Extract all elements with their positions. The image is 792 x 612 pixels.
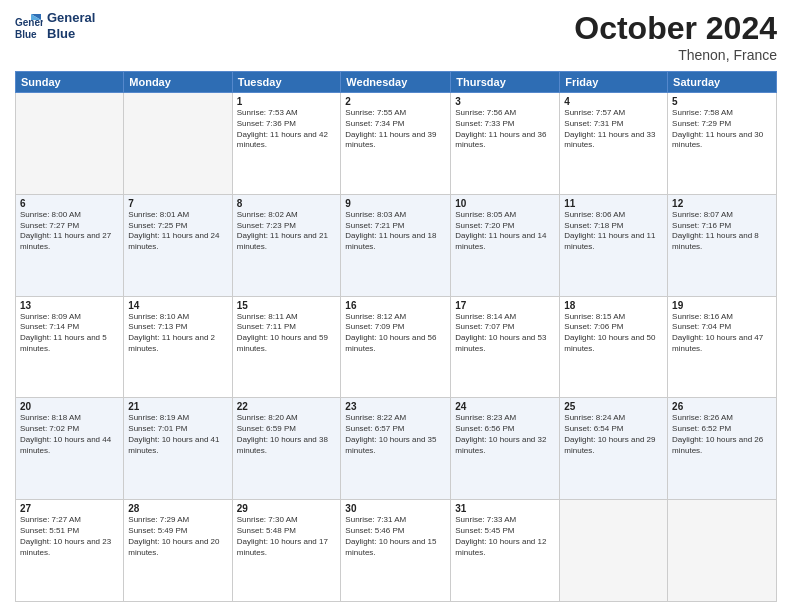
day-number: 15 [237,300,337,311]
calendar-row-1: 1Sunrise: 7:53 AMSunset: 7:36 PMDaylight… [16,93,777,195]
day-info: Sunrise: 7:56 AMSunset: 7:33 PMDaylight:… [455,108,555,151]
day-info: Sunrise: 7:27 AMSunset: 5:51 PMDaylight:… [20,515,119,558]
calendar-cell: 5Sunrise: 7:58 AMSunset: 7:29 PMDaylight… [668,93,777,195]
weekday-header-sunday: Sunday [16,72,124,93]
day-number: 17 [455,300,555,311]
calendar-cell: 26Sunrise: 8:26 AMSunset: 6:52 PMDayligh… [668,398,777,500]
calendar-cell: 22Sunrise: 8:20 AMSunset: 6:59 PMDayligh… [232,398,341,500]
weekday-header-saturday: Saturday [668,72,777,93]
day-number: 13 [20,300,119,311]
calendar-cell [668,500,777,602]
calendar-cell: 28Sunrise: 7:29 AMSunset: 5:49 PMDayligh… [124,500,232,602]
day-number: 2 [345,96,446,107]
day-number: 14 [128,300,227,311]
day-number: 16 [345,300,446,311]
day-info: Sunrise: 8:23 AMSunset: 6:56 PMDaylight:… [455,413,555,456]
calendar-cell: 3Sunrise: 7:56 AMSunset: 7:33 PMDaylight… [451,93,560,195]
calendar-row-5: 27Sunrise: 7:27 AMSunset: 5:51 PMDayligh… [16,500,777,602]
calendar-cell: 16Sunrise: 8:12 AMSunset: 7:09 PMDayligh… [341,296,451,398]
day-number: 11 [564,198,663,209]
calendar-cell: 15Sunrise: 8:11 AMSunset: 7:11 PMDayligh… [232,296,341,398]
day-number: 7 [128,198,227,209]
day-number: 6 [20,198,119,209]
calendar-cell [124,93,232,195]
day-info: Sunrise: 8:26 AMSunset: 6:52 PMDaylight:… [672,413,772,456]
calendar-cell: 6Sunrise: 8:00 AMSunset: 7:27 PMDaylight… [16,194,124,296]
logo-icon: General Blue [15,12,43,40]
logo: General Blue General Blue [15,10,95,41]
day-info: Sunrise: 8:19 AMSunset: 7:01 PMDaylight:… [128,413,227,456]
day-info: Sunrise: 8:02 AMSunset: 7:23 PMDaylight:… [237,210,337,253]
calendar-cell: 24Sunrise: 8:23 AMSunset: 6:56 PMDayligh… [451,398,560,500]
weekday-header-friday: Friday [560,72,668,93]
day-info: Sunrise: 7:29 AMSunset: 5:49 PMDaylight:… [128,515,227,558]
day-number: 22 [237,401,337,412]
day-number: 18 [564,300,663,311]
day-info: Sunrise: 7:33 AMSunset: 5:45 PMDaylight:… [455,515,555,558]
day-number: 10 [455,198,555,209]
day-info: Sunrise: 8:12 AMSunset: 7:09 PMDaylight:… [345,312,446,355]
day-number: 3 [455,96,555,107]
calendar-cell: 13Sunrise: 8:09 AMSunset: 7:14 PMDayligh… [16,296,124,398]
weekday-header-tuesday: Tuesday [232,72,341,93]
day-number: 24 [455,401,555,412]
calendar-cell: 21Sunrise: 8:19 AMSunset: 7:01 PMDayligh… [124,398,232,500]
calendar-cell: 2Sunrise: 7:55 AMSunset: 7:34 PMDaylight… [341,93,451,195]
calendar-table: SundayMondayTuesdayWednesdayThursdayFrid… [15,71,777,602]
day-info: Sunrise: 8:24 AMSunset: 6:54 PMDaylight:… [564,413,663,456]
calendar-cell: 11Sunrise: 8:06 AMSunset: 7:18 PMDayligh… [560,194,668,296]
day-info: Sunrise: 7:55 AMSunset: 7:34 PMDaylight:… [345,108,446,151]
svg-text:Blue: Blue [15,29,37,40]
weekday-header-thursday: Thursday [451,72,560,93]
calendar-cell: 7Sunrise: 8:01 AMSunset: 7:25 PMDaylight… [124,194,232,296]
day-info: Sunrise: 8:10 AMSunset: 7:13 PMDaylight:… [128,312,227,355]
day-info: Sunrise: 7:58 AMSunset: 7:29 PMDaylight:… [672,108,772,151]
calendar-cell [560,500,668,602]
calendar-cell: 8Sunrise: 8:02 AMSunset: 7:23 PMDaylight… [232,194,341,296]
day-info: Sunrise: 8:01 AMSunset: 7:25 PMDaylight:… [128,210,227,253]
header: General Blue General Blue October 2024 T… [15,10,777,63]
day-number: 27 [20,503,119,514]
weekday-header-wednesday: Wednesday [341,72,451,93]
calendar-cell: 17Sunrise: 8:14 AMSunset: 7:07 PMDayligh… [451,296,560,398]
day-number: 9 [345,198,446,209]
day-info: Sunrise: 7:31 AMSunset: 5:46 PMDaylight:… [345,515,446,558]
day-number: 25 [564,401,663,412]
logo-text-line1: General [47,10,95,26]
day-info: Sunrise: 8:06 AMSunset: 7:18 PMDaylight:… [564,210,663,253]
day-info: Sunrise: 8:18 AMSunset: 7:02 PMDaylight:… [20,413,119,456]
calendar-cell: 4Sunrise: 7:57 AMSunset: 7:31 PMDaylight… [560,93,668,195]
day-info: Sunrise: 8:22 AMSunset: 6:57 PMDaylight:… [345,413,446,456]
weekday-header-monday: Monday [124,72,232,93]
day-info: Sunrise: 8:07 AMSunset: 7:16 PMDaylight:… [672,210,772,253]
logo-text-line2: Blue [47,26,95,42]
day-number: 8 [237,198,337,209]
day-number: 30 [345,503,446,514]
calendar-cell: 27Sunrise: 7:27 AMSunset: 5:51 PMDayligh… [16,500,124,602]
day-info: Sunrise: 7:53 AMSunset: 7:36 PMDaylight:… [237,108,337,151]
title-section: October 2024 Thenon, France [574,10,777,63]
day-info: Sunrise: 8:15 AMSunset: 7:06 PMDaylight:… [564,312,663,355]
calendar-cell: 10Sunrise: 8:05 AMSunset: 7:20 PMDayligh… [451,194,560,296]
page: General Blue General Blue October 2024 T… [0,0,792,612]
day-number: 21 [128,401,227,412]
calendar-cell: 1Sunrise: 7:53 AMSunset: 7:36 PMDaylight… [232,93,341,195]
day-number: 26 [672,401,772,412]
day-number: 29 [237,503,337,514]
calendar-cell: 29Sunrise: 7:30 AMSunset: 5:48 PMDayligh… [232,500,341,602]
day-number: 5 [672,96,772,107]
day-info: Sunrise: 8:00 AMSunset: 7:27 PMDaylight:… [20,210,119,253]
day-number: 12 [672,198,772,209]
calendar-cell: 19Sunrise: 8:16 AMSunset: 7:04 PMDayligh… [668,296,777,398]
calendar-cell: 31Sunrise: 7:33 AMSunset: 5:45 PMDayligh… [451,500,560,602]
month-title: October 2024 [574,10,777,47]
weekday-header-row: SundayMondayTuesdayWednesdayThursdayFrid… [16,72,777,93]
day-info: Sunrise: 8:11 AMSunset: 7:11 PMDaylight:… [237,312,337,355]
day-info: Sunrise: 8:03 AMSunset: 7:21 PMDaylight:… [345,210,446,253]
day-info: Sunrise: 8:16 AMSunset: 7:04 PMDaylight:… [672,312,772,355]
calendar-cell [16,93,124,195]
day-number: 28 [128,503,227,514]
calendar-cell: 12Sunrise: 8:07 AMSunset: 7:16 PMDayligh… [668,194,777,296]
day-info: Sunrise: 7:30 AMSunset: 5:48 PMDaylight:… [237,515,337,558]
day-number: 1 [237,96,337,107]
